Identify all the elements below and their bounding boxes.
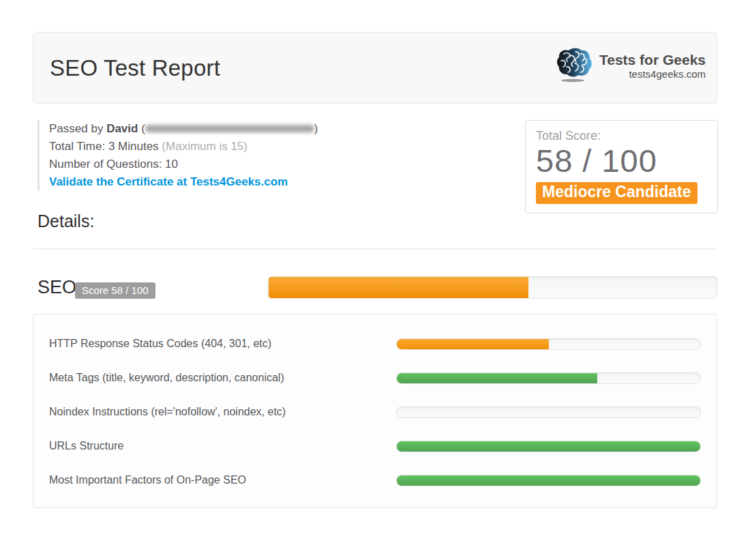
total-time-line: Total Time: 3 Minutes (Maximum is 15): [49, 138, 318, 156]
detail-row-label: Meta Tags (title, keyword, description, …: [49, 372, 284, 384]
paren-open: (: [141, 122, 145, 135]
total-time-text: Total Time: 3 Minutes: [49, 140, 159, 153]
redacted-name-blur: [145, 124, 314, 133]
detail-progress-bar: [396, 372, 701, 384]
brand-logo: Tests for Geeks tests4geeks.com: [554, 46, 706, 87]
paren-close: ): [314, 122, 318, 135]
details-heading: Details:: [38, 211, 94, 231]
detail-row: URLs Structure: [49, 429, 701, 463]
passed-by-name: David: [106, 122, 138, 135]
passed-by-prefix: Passed by: [49, 122, 103, 135]
total-score-box: Total Score: 58 / 100 Mediocre Candidate: [525, 120, 718, 213]
brain-icon: [554, 46, 594, 87]
validate-certificate-link[interactable]: Validate the Certificate at Tests4Geeks.…: [49, 173, 288, 191]
detail-progress-bar: [396, 407, 701, 418]
detail-row-label: Most Important Factors of On-Page SEO: [49, 474, 246, 486]
brand-domain: tests4geeks.com: [599, 68, 706, 80]
seo-section-title: SEO: [38, 277, 76, 298]
summary-block: Passed by David () Total Time: 3 Minutes…: [38, 120, 318, 191]
seo-score-badge: Score 58 / 100: [75, 282, 155, 299]
candidate-badge: Mediocre Candidate: [536, 182, 698, 204]
page-title: SEO Test Report: [50, 55, 220, 81]
detail-row: Most Important Factors of On-Page SEO: [49, 463, 701, 497]
detail-progress-bar: [396, 338, 701, 350]
brand-text: Tests for Geeks tests4geeks.com: [599, 51, 706, 80]
detail-row-label: Noindex Instructions (rel='nofollow', no…: [49, 406, 286, 418]
seo-progress-bar: [268, 276, 717, 299]
questions-line: Number of Questions: 10: [49, 156, 318, 173]
detail-row: Noindex Instructions (rel='nofollow', no…: [49, 395, 701, 429]
total-score-label: Total Score:: [536, 129, 707, 143]
detail-row: HTTP Response Status Codes (404, 301, et…: [49, 327, 701, 361]
detail-progress-fill: [397, 373, 597, 383]
section-divider: [33, 248, 717, 250]
detail-row-label: URLs Structure: [49, 440, 123, 452]
header: SEO Test Report: [33, 32, 717, 104]
detail-progress-fill: [397, 475, 700, 486]
detail-progress-bar: [396, 475, 701, 486]
detail-progress-bar: [396, 441, 701, 452]
brand-name: Tests for Geeks: [599, 51, 706, 68]
total-score-value: 58 / 100: [536, 143, 707, 179]
seo-progress-fill: [269, 277, 528, 298]
seo-test-report-page: SEO Test Report: [0, 0, 750, 560]
details-panel: HTTP Response Status Codes (404, 301, et…: [33, 314, 717, 508]
detail-row: Meta Tags (title, keyword, description, …: [49, 361, 701, 395]
detail-progress-fill: [397, 339, 549, 349]
detail-progress-fill: [397, 441, 700, 452]
total-time-note: (Maximum is 15): [162, 140, 247, 153]
passed-by-line: Passed by David (): [49, 120, 318, 138]
detail-row-label: HTTP Response Status Codes (404, 301, et…: [49, 338, 271, 350]
